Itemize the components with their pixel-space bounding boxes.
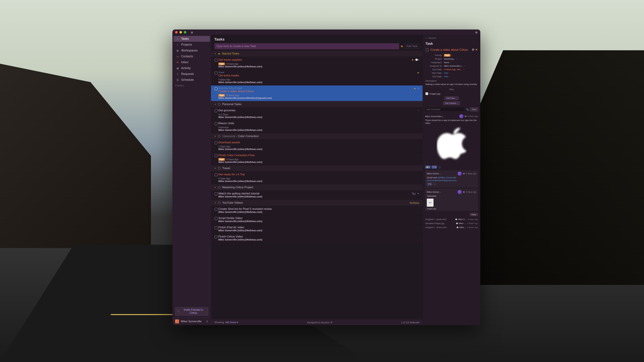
- task-checkbox[interactable]: [214, 235, 218, 239]
- task-checkbox[interactable]: [214, 208, 218, 211]
- edit-icon[interactable]: ✎: [417, 192, 419, 195]
- task-item[interactable]: Travel Get extra masks 5 Days Ago Miles …: [211, 70, 422, 85]
- star-icon[interactable]: ★: [414, 87, 416, 90]
- section-header-color[interactable]: ▼Classwork › Color Correction: [211, 133, 422, 139]
- settings-icon[interactable]: ⚙: [206, 320, 208, 323]
- sidebar-item-tasks[interactable]: ○Tasks: [174, 36, 210, 42]
- sidebar-item-workspaces[interactable]: ⊞Workspaces: [174, 48, 210, 53]
- star-icon[interactable]: ★: [400, 44, 403, 48]
- end-date-field[interactable]: Add▾: [444, 75, 450, 78]
- star-icon[interactable]: ★: [417, 71, 419, 74]
- sidebar-item-schedule[interactable]: ☰Schedule: [174, 77, 210, 83]
- task-item[interactable]: Finish iPad Air video Miles Somerville (…: [211, 224, 422, 234]
- avatar[interactable]: [458, 190, 462, 194]
- close-window-button[interactable]: [175, 31, 178, 33]
- activity-log-entry: Assigned t…5mac.com)Miles…A Week Ago: [423, 225, 480, 229]
- project-field[interactable]: Mastering…▾ ›: [444, 58, 461, 60]
- star-icon[interactable]: ★: [412, 58, 414, 61]
- user-avatar[interactable]: [175, 320, 179, 324]
- comment-input[interactable]: [425, 107, 465, 112]
- task-item[interactable]: Get ready for LA Trip 5 Days Ago Miles S…: [211, 171, 422, 184]
- section-header-youtube[interactable]: ▼YouTube Videos9to5Mac: [211, 200, 422, 206]
- task-checkbox[interactable]: [214, 71, 218, 75]
- task-item[interactable]: Return Units Tomorrow Miles Somerville (…: [211, 120, 422, 133]
- section-header-travel[interactable]: ▼Travel: [211, 165, 422, 171]
- task-item[interactable]: Finish Color Correction Final High6 Days…: [211, 152, 422, 165]
- edit-icon[interactable]: ✎: [417, 87, 419, 90]
- subproject-field[interactable]: None▾: [444, 61, 451, 64]
- description-text[interactable]: Making a video about an app I've been us…: [426, 83, 478, 86]
- reply-button[interactable]: Reply: [470, 213, 478, 216]
- assigned-field[interactable]: Miles Somerville (…▾: [444, 65, 465, 67]
- status-dot-icon: [465, 115, 466, 117]
- task-checkbox[interactable]: [214, 109, 218, 112]
- sidebar-item-contacts[interactable]: ▭Contacts: [174, 53, 210, 59]
- add-task-button[interactable]: Add Task: [404, 44, 419, 49]
- task-item[interactable]: Finish Cirkus Video Miles Somerville (mi…: [211, 234, 422, 243]
- sidebar-item-inbox[interactable]: ✉Inbox: [174, 59, 210, 65]
- reaction[interactable]: 💯1: [432, 166, 437, 169]
- nav-back-icon[interactable]: ‹: [216, 31, 217, 34]
- avatar[interactable]: [459, 114, 464, 118]
- star-icon[interactable]: ★: [475, 48, 478, 51]
- nav-forward-icon[interactable]: ›: [220, 31, 221, 34]
- task-date: 5 Days Ago: [218, 78, 230, 81]
- task-item[interactable]: Watch the getting started tutorial Miles…: [211, 191, 422, 200]
- task-title: Create Shot list for Pixel 5 revisited r…: [218, 207, 419, 211]
- task-checkbox[interactable]: [214, 122, 218, 125]
- invite-friends-button[interactable]: ♡Invite Friends to Cirkus: [175, 307, 208, 316]
- section-header-starred[interactable]: ▼★Starred Tasks: [211, 51, 422, 57]
- task-item[interactable]: Create Shot list for Pixel 5 revisited r…: [211, 206, 422, 215]
- task-checkbox[interactable]: [214, 141, 218, 144]
- task-checkbox[interactable]: [214, 154, 218, 157]
- file-icon: [426, 92, 428, 95]
- add-reaction-button[interactable]: ☺: [433, 183, 436, 186]
- reaction[interactable]: 💯1: [427, 183, 432, 186]
- due-date-field[interactable]: A Week Ago, We…▾: [444, 68, 464, 71]
- folders-header[interactable]: Folders: [172, 83, 211, 88]
- add-subtask-button[interactable]: Add Subtask…: [443, 101, 460, 105]
- reaction[interactable]: 👍1: [425, 166, 430, 169]
- task-item[interactable]: Get travel supplies High6 Days Ago Miles…: [211, 57, 422, 70]
- file-row[interactable]: Image1.jpg: [423, 92, 480, 96]
- maximize-window-button[interactable]: [184, 31, 186, 33]
- file-preview[interactable]: IMG: [427, 199, 434, 207]
- task-item[interactable]: Script Nvidia Video Miles Somerville (mi…: [211, 215, 422, 224]
- detail-task-title[interactable]: Create a video about Cirkus: [430, 48, 470, 52]
- section-header-personal[interactable]: ▼Personal Tasks: [211, 101, 422, 107]
- start-date-field[interactable]: Add▾: [444, 72, 450, 74]
- avatar[interactable]: [458, 172, 462, 176]
- sidebar-item-activity[interactable]: ▤Activity: [174, 65, 210, 71]
- sidebar-item-requests[interactable]: ⤴Requests: [174, 71, 210, 77]
- status-dot-icon[interactable]: [472, 48, 474, 51]
- task-complete-checkbox[interactable]: [426, 48, 429, 52]
- mention[interactable]: @Miles Somerville (somervillemiles4@gmai…: [427, 176, 456, 182]
- sidebar-item-projects[interactable]: ○Projects: [174, 42, 210, 48]
- minimize-window-button[interactable]: [180, 31, 182, 33]
- task-title: Get groceries: [218, 109, 419, 112]
- task-checkbox[interactable]: [214, 192, 218, 196]
- star-outline-icon[interactable]: ☆: [417, 109, 419, 112]
- task-item[interactable]: Mastering Cirkus Project Create a video …: [211, 85, 422, 101]
- task-checkbox[interactable]: [214, 58, 218, 62]
- circle-icon: [218, 135, 220, 138]
- page-title: Tasks: [214, 37, 419, 41]
- search-input[interactable]: [425, 36, 478, 40]
- task-checkbox[interactable]: [214, 173, 218, 176]
- add-reaction-button[interactable]: ☺: [438, 166, 441, 169]
- send-button[interactable]: Send: [470, 107, 478, 111]
- section-header-mastering[interactable]: ▼Mastering Cirkus Project: [211, 184, 422, 191]
- panel-toggle-icon[interactable]: ▣: [475, 31, 478, 34]
- task-checkbox[interactable]: [214, 87, 218, 90]
- add-files-button[interactable]: Add Files…: [444, 96, 458, 100]
- task-item[interactable]: Download assets 2 Days Ago Miles Somervi…: [211, 139, 422, 152]
- assigned-filter[interactable]: Assigned to Anyone 0: [307, 321, 332, 324]
- task-checkbox[interactable]: [214, 226, 218, 229]
- sidebar-toggle-icon[interactable]: ▣: [191, 31, 193, 34]
- new-task-input[interactable]: [214, 43, 399, 49]
- priority-field[interactable]: High▾: [444, 54, 452, 57]
- task-item[interactable]: Get groceries In 2 Days Miles Somerville…: [211, 107, 422, 120]
- task-checkbox[interactable]: [214, 217, 218, 220]
- attach-icon[interactable]: 📎: [466, 108, 469, 111]
- showing-filter[interactable]: Not Done ▾: [226, 321, 238, 324]
